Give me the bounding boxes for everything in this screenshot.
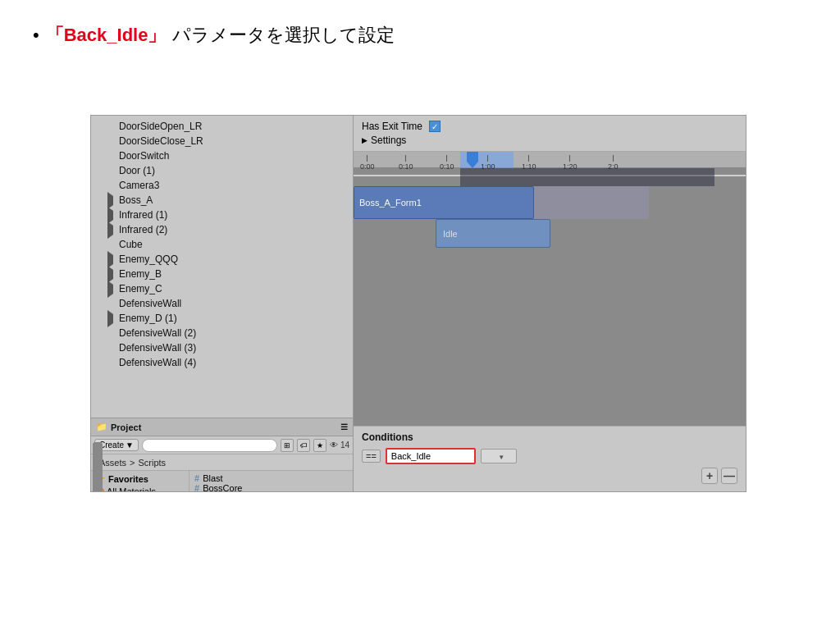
hierarchy-item[interactable]: Camera3 <box>91 178 353 193</box>
condition-operator-button[interactable]: == <box>362 450 381 463</box>
file-count-badge: 👁 14 <box>330 441 349 450</box>
hierarchy-item-label: Boss_A <box>119 194 153 206</box>
project-content: ★ Favorites All Materials All Prefabs # <box>91 471 353 491</box>
fav-item-label: All Materials <box>107 486 156 491</box>
breadcrumb-sep: > <box>130 458 135 468</box>
panel-menu-icon[interactable]: ☰ <box>340 422 348 431</box>
hash-icon: # <box>194 483 199 491</box>
hierarchy-item[interactable]: Cube <box>91 237 353 252</box>
hierarchy-item[interactable]: Boss_A <box>91 193 353 208</box>
hierarchy-item[interactable]: Enemy_B <box>91 267 353 281</box>
project-panel: 📁 Project ☰ Create ▼ ⊞ 🏷 ★ 👁 14 Assets > <box>91 418 353 491</box>
normal-text: パラメータを選択して設定 <box>172 23 395 48</box>
file-blast[interactable]: # Blast <box>194 473 348 483</box>
favorites-label: Favorites <box>108 474 148 484</box>
hierarchy-item-label: Cube <box>119 239 143 250</box>
track-dark-block <box>460 168 714 186</box>
hierarchy-item[interactable]: DefensiveWall (4) <box>91 355 353 370</box>
operator-label: == <box>366 451 377 461</box>
hash-icon: # <box>194 473 199 483</box>
hierarchy-item-label: Infrared (2) <box>119 224 167 235</box>
hierarchy-item[interactable]: DoorSwitch <box>91 148 353 163</box>
project-header: 📁 Project ☰ <box>91 418 353 436</box>
hierarchy-item-label: DefensiveWall (2) <box>119 327 196 339</box>
folder-icon: 📁 <box>96 422 107 432</box>
remove-condition-button[interactable]: — <box>721 468 737 484</box>
hierarchy-item[interactable]: Door (1) <box>91 163 353 178</box>
hierarchy-item[interactable]: DoorSideClose_LR <box>91 134 353 148</box>
hierarchy-item[interactable]: DefensiveWall (2) <box>91 326 353 340</box>
hierarchy-item-label: Enemy_B <box>119 268 162 280</box>
timeline-area: 0:00 0:10 0:10 1:00 1:10 <box>354 152 746 426</box>
project-breadcrumb: Assets > Scripts <box>91 454 353 471</box>
timeline-ruler: 0:00 0:10 0:10 1:00 1:10 <box>354 152 746 168</box>
file-bosscore[interactable]: # BossCore <box>194 483 348 491</box>
star-filter-icon[interactable]: ★ <box>313 439 326 452</box>
hierarchy-item-label: Camera3 <box>119 180 159 191</box>
hierarchy-item-label: Infrared (1) <box>119 209 167 221</box>
expand-arrow-icon <box>107 285 117 294</box>
track-idle-label: Idle <box>443 229 458 239</box>
has-exit-time-checkbox[interactable]: ✓ <box>429 121 441 132</box>
condition-value-dropdown[interactable]: ▼ <box>481 449 517 463</box>
track-boss-label: Boss_A_Form1 <box>359 198 422 208</box>
title-area: • 「Back_Idle」 パラメータを選択して設定 <box>0 0 840 65</box>
hierarchy-item[interactable]: Infrared (2) <box>91 222 353 237</box>
screenshot-container: DoorSideOpen_LRDoorSideClose_LRDoorSwitc… <box>90 115 746 492</box>
file-name: BossCore <box>203 483 242 491</box>
hierarchy-item-label: DefensiveWall (3) <box>119 342 196 354</box>
hierarchy-item-label: DefensiveWall (4) <box>119 357 196 368</box>
triangle-icon: ▶ <box>362 136 368 144</box>
hierarchy-item-label: Enemy_D (1) <box>119 313 177 324</box>
hierarchy-item[interactable]: Enemy_D (1) <box>91 311 353 326</box>
left-panel: DoorSideOpen_LRDoorSideClose_LRDoorSwitc… <box>91 116 354 491</box>
dropdown-arrow-icon: ▼ <box>498 454 504 461</box>
bullet-item: • 「Back_Idle」 パラメータを選択して設定 <box>33 23 807 48</box>
expand-arrow-icon <box>107 255 117 264</box>
timeline-tracks: Boss_A_Form1 Idle <box>354 168 746 426</box>
expand-arrow-icon <box>107 196 117 205</box>
settings-label: Settings <box>371 135 406 146</box>
favorites-header: ★ Favorites <box>96 473 184 485</box>
add-icon: + <box>706 469 713 482</box>
track-idle-block: Idle <box>436 219 550 248</box>
hierarchy-item-label: DoorSwitch <box>119 150 169 162</box>
settings-toggle[interactable]: ▶ Settings <box>362 135 737 146</box>
scrollbar-thumb[interactable] <box>93 442 103 491</box>
hierarchy-item-label: Enemy_C <box>119 283 162 294</box>
search-input[interactable] <box>142 439 277 452</box>
highlighted-text: 「Back_Idle」 <box>46 23 167 48</box>
add-condition-button[interactable]: + <box>701 468 718 484</box>
fav-all-materials[interactable]: All Materials <box>96 486 184 491</box>
hierarchy-item[interactable]: DefensiveWall (3) <box>91 340 353 355</box>
project-title: Project <box>111 422 141 432</box>
hierarchy-item-label: DoorSideOpen_LR <box>119 121 202 132</box>
project-left: ★ Favorites All Materials All Prefabs <box>91 471 189 491</box>
transition-settings: Has Exit Time ✓ ▶ Settings <box>354 116 746 152</box>
tag-icon[interactable]: 🏷 <box>297 439 310 452</box>
hierarchy-item-label: DoorSideClose_LR <box>119 135 203 147</box>
project-toolbar: Create ▼ ⊞ 🏷 ★ 👁 14 <box>91 436 353 454</box>
hierarchy-item[interactable]: DefensiveWall <box>91 296 353 311</box>
expand-arrow-icon <box>107 270 117 279</box>
hierarchy-item[interactable]: DoorSideOpen_LR <box>91 119 353 134</box>
expand-arrow-icon <box>107 314 117 323</box>
file-name: Blast <box>203 473 222 483</box>
condition-row: == Back_Idle ▼ <box>362 448 737 464</box>
bullet-dot: • <box>33 23 39 48</box>
hierarchy-item[interactable]: Infrared (1) <box>91 208 353 222</box>
conditions-area: Conditions == Back_Idle ▼ + — <box>354 426 746 491</box>
expand-arrow-icon <box>107 211 117 220</box>
condition-param-dropdown[interactable]: Back_Idle <box>386 448 476 464</box>
has-exit-time-label: Has Exit Time <box>362 121 422 132</box>
hierarchy-item-label: Enemy_QQQ <box>119 253 178 265</box>
remove-icon: — <box>724 469 735 482</box>
track-boss-block: Boss_A_Form1 <box>354 186 534 219</box>
hierarchy-item-label: DefensiveWall <box>119 298 181 309</box>
conditions-title: Conditions <box>362 431 737 443</box>
hierarchy-item[interactable]: Enemy_C <box>91 281 353 296</box>
hierarchy-item[interactable]: Enemy_QQQ <box>91 252 353 267</box>
dropdown-placeholder <box>486 451 495 461</box>
filter-icon[interactable]: ⊞ <box>281 439 294 452</box>
conditions-buttons: + — <box>362 468 737 484</box>
